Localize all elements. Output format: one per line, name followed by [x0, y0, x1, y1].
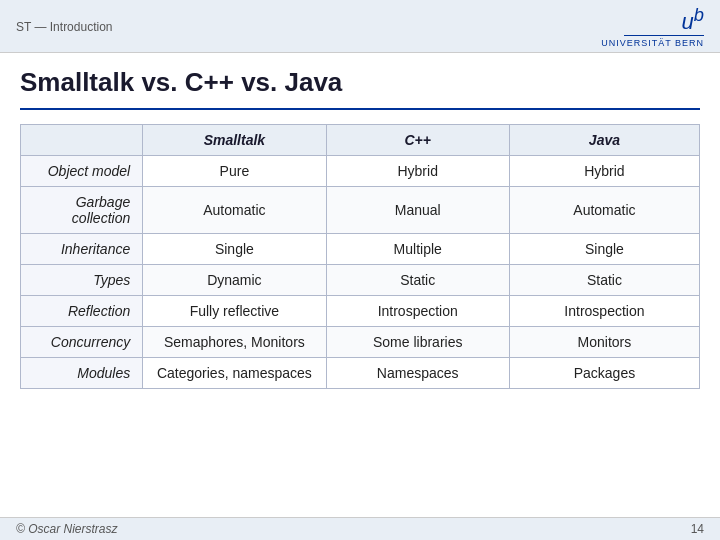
logo-area: ub UNIVERSITÄT BERN [601, 6, 704, 48]
title-section: Smalltalk vs. C++ vs. Java [0, 53, 720, 108]
cpp-cell: Introspection [326, 296, 509, 327]
comparison-table: Smalltalk C++ Java Object modelPureHybri… [20, 124, 700, 389]
feature-cell: Reflection [21, 296, 143, 327]
table-row: ConcurrencySemaphores, MonitorsSome libr… [21, 327, 700, 358]
cpp-cell: Manual [326, 187, 509, 234]
table-body: Object modelPureHybridHybridGarbage coll… [21, 156, 700, 389]
feature-cell: Concurrency [21, 327, 143, 358]
smalltalk-cell: Pure [143, 156, 326, 187]
smalltalk-cell: Fully reflective [143, 296, 326, 327]
smalltalk-cell: Categories, namespaces [143, 358, 326, 389]
title-divider [20, 108, 700, 110]
feature-cell: Modules [21, 358, 143, 389]
java-cell: Introspection [509, 296, 699, 327]
cpp-cell: Hybrid [326, 156, 509, 187]
feature-cell: Object model [21, 156, 143, 187]
java-cell: Packages [509, 358, 699, 389]
table-row: ReflectionFully reflectiveIntrospectionI… [21, 296, 700, 327]
feature-cell: Types [21, 265, 143, 296]
university-name: UNIVERSITÄT BERN [601, 38, 704, 48]
cpp-cell: Static [326, 265, 509, 296]
table-header: Smalltalk C++ Java [21, 125, 700, 156]
java-cell: Automatic [509, 187, 699, 234]
smalltalk-cell: Automatic [143, 187, 326, 234]
university-logo: ub [682, 6, 704, 33]
logo-superscript: b [694, 4, 704, 25]
copyright: © Oscar Nierstrasz [16, 522, 118, 536]
java-cell: Hybrid [509, 156, 699, 187]
table-row: InheritanceSingleMultipleSingle [21, 234, 700, 265]
breadcrumb: ST — Introduction [16, 20, 113, 34]
col-header-cpp: C++ [326, 125, 509, 156]
col-header-smalltalk: Smalltalk [143, 125, 326, 156]
smalltalk-cell: Single [143, 234, 326, 265]
table-row: Garbage collectionAutomaticManualAutomat… [21, 187, 700, 234]
page-title: Smalltalk vs. C++ vs. Java [20, 67, 700, 98]
header-row: Smalltalk C++ Java [21, 125, 700, 156]
cpp-cell: Namespaces [326, 358, 509, 389]
header: ST — Introduction ub UNIVERSITÄT BERN [0, 0, 720, 53]
col-header-empty [21, 125, 143, 156]
footer: © Oscar Nierstrasz 14 [0, 517, 720, 540]
page-number: 14 [691, 522, 704, 536]
col-header-java: Java [509, 125, 699, 156]
cpp-cell: Some libraries [326, 327, 509, 358]
table-row: TypesDynamicStaticStatic [21, 265, 700, 296]
smalltalk-cell: Dynamic [143, 265, 326, 296]
feature-cell: Garbage collection [21, 187, 143, 234]
table-row: ModulesCategories, namespacesNamespacesP… [21, 358, 700, 389]
java-cell: Single [509, 234, 699, 265]
java-cell: Monitors [509, 327, 699, 358]
table-row: Object modelPureHybridHybrid [21, 156, 700, 187]
feature-cell: Inheritance [21, 234, 143, 265]
smalltalk-cell: Semaphores, Monitors [143, 327, 326, 358]
cpp-cell: Multiple [326, 234, 509, 265]
comparison-table-container: Smalltalk C++ Java Object modelPureHybri… [0, 124, 720, 389]
java-cell: Static [509, 265, 699, 296]
